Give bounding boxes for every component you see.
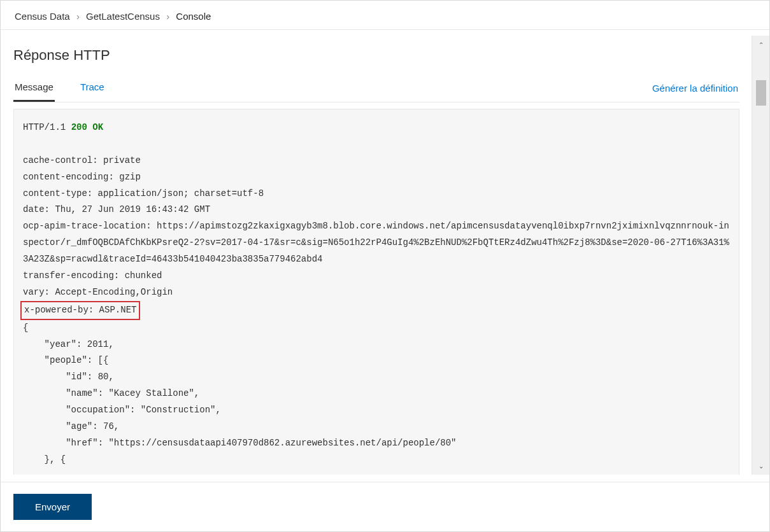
body-line: "age": 76, <box>23 419 730 435</box>
breadcrumb: Census Data › GetLatestCensus › Console <box>1 1 769 30</box>
generate-definition-link[interactable]: Générer la définition <box>651 76 739 101</box>
body-line: { <box>23 320 730 337</box>
header-cache-control: cache-control: private <box>23 153 730 169</box>
header-vary: vary: Accept-Encoding,Origin <box>23 284 730 301</box>
header-content-encoding: content-encoding: gzip <box>23 169 730 186</box>
header-transfer-encoding: transfer-encoding: chunked <box>23 268 730 284</box>
tabs-group: Message Trace <box>13 75 106 102</box>
page-title: Réponse HTTP <box>13 47 739 64</box>
header-content-type: content-type: application/json; charset=… <box>23 186 730 202</box>
body-line: "href": "https://censusdataapi407970d862… <box>23 435 730 452</box>
body-line: "id": 80, <box>23 369 730 386</box>
send-button[interactable]: Envoyer <box>13 494 92 520</box>
tabs-row: Message Trace Générer la définition <box>13 75 739 102</box>
body-line: "year": 2011, <box>23 337 730 353</box>
footer-bar: Envoyer <box>1 482 769 531</box>
scroll-down-icon[interactable]: ⌄ <box>752 457 770 475</box>
http-response-body: HTTP/1.1 200 OK cache-control: privateco… <box>13 109 739 475</box>
breadcrumb-item-getlatestcensus[interactable]: GetLatestCensus <box>86 11 160 22</box>
scroll-up-icon[interactable]: ⌃ <box>752 36 770 53</box>
header-x-powered-by-highlighted: x-powered-by: ASP.NET <box>20 301 140 320</box>
response-protocol: HTTP/1.1 <box>23 122 66 132</box>
vertical-scrollbar[interactable]: ⌃ ⌄ <box>752 36 769 475</box>
breadcrumb-item-console: Console <box>176 11 211 22</box>
tab-trace[interactable]: Trace <box>79 75 106 102</box>
header-ocp-apim-trace: ocp-apim-trace-location: https://apimsto… <box>23 218 730 268</box>
response-status: 200 OK <box>71 122 103 132</box>
content-area: Réponse HTTP Message Trace Générer la dé… <box>1 36 752 475</box>
scroll-thumb[interactable] <box>756 80 766 106</box>
breadcrumb-item-census-data[interactable]: Census Data <box>15 11 70 22</box>
chevron-right-icon: › <box>166 11 169 22</box>
tab-message[interactable]: Message <box>13 75 55 102</box>
chevron-right-icon: › <box>76 11 80 22</box>
body-line: "people": [{ <box>23 353 730 369</box>
body-line: "name": "Kacey Stallone", <box>23 386 730 402</box>
header-date: date: Thu, 27 Jun 2019 16:43:42 GMT <box>23 202 730 218</box>
body-line: "occupation": "Construction", <box>23 402 730 419</box>
app-frame: Census Data › GetLatestCensus › Console … <box>0 0 770 532</box>
body-line: }, { <box>23 452 730 468</box>
